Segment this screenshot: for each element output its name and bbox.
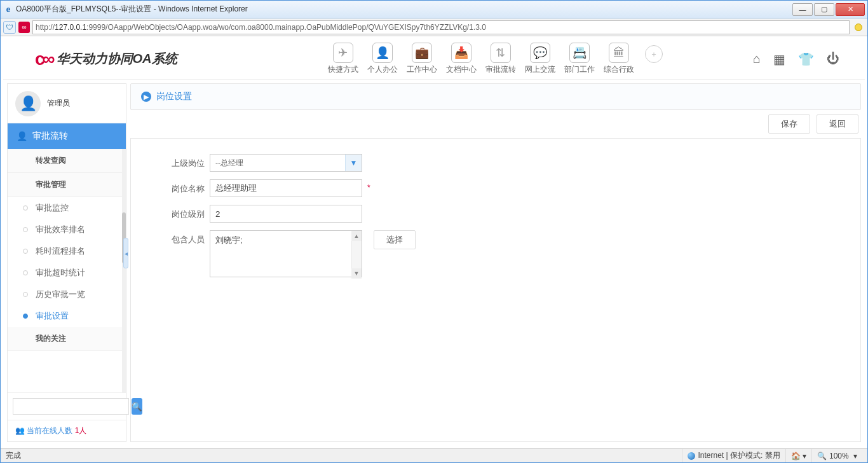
briefcase-icon: 💼 [412, 43, 432, 63]
apps-icon[interactable]: ▦ [773, 52, 785, 67]
save-button[interactable]: 保存 [768, 114, 810, 134]
panel-title: 岗位设置 [156, 91, 192, 102]
status-left: 完成 [6, 450, 21, 461]
main-panel: ▶ 岗位设置 保存 返回 上级岗位 --总经理 ▼ [130, 83, 861, 442]
chevron-down-icon: ▼ [345, 155, 362, 171]
label-parent-position: 上级岗位 [156, 154, 210, 169]
maximize-button[interactable]: ▢ [814, 3, 834, 16]
menu-group-forward[interactable]: 转发查阅 [8, 149, 122, 173]
status-internet: Internet | 保护模式: 禁用 [682, 449, 785, 462]
person-flow-icon: 👤 [17, 131, 27, 141]
nav-chat[interactable]: 💬网上交流 [522, 43, 559, 75]
favicon: ∞ [18, 22, 30, 33]
required-mark: * [367, 179, 370, 192]
menu-item-duration[interactable]: 耗时流程排名 [8, 240, 122, 262]
position-level-input[interactable] [210, 205, 362, 223]
label-position-level: 岗位级别 [156, 205, 210, 220]
globe-icon [688, 452, 695, 460]
chat-icon: 💬 [530, 43, 550, 63]
status-bar: 完成 Internet | 保护模式: 禁用 🏠 ▾ 🔍 100% ▾ [1, 448, 867, 462]
home-icon[interactable]: ⌂ [753, 52, 761, 67]
nav-shortcut[interactable]: ✈快捷方式 [325, 43, 362, 75]
menu-item-efficiency[interactable]: 审批效率排名 [8, 219, 122, 240]
top-nav: ✈快捷方式 👤个人办公 💼工作中心 📥文档中心 ⇅审批流转 💬网上交流 📇部门工… [268, 43, 663, 75]
menu-item-history[interactable]: 历史审批一览 [8, 284, 122, 305]
logo: c∞ 华天动力协同OA系统 [35, 49, 177, 69]
minimize-button[interactable]: — [792, 3, 813, 16]
shirt-icon[interactable]: 👕 [798, 52, 814, 67]
nav-personal[interactable]: 👤个人办公 [364, 43, 401, 75]
flow-icon: ⇅ [491, 43, 511, 63]
user-block: 👤 管理员 [8, 84, 126, 123]
security-shield-icon[interactable]: 🛡 [3, 21, 16, 34]
nav-approval[interactable]: ⇅审批流转 [482, 43, 519, 75]
position-name-input[interactable] [210, 179, 362, 197]
nav-dept[interactable]: 📇部门工作 [561, 43, 598, 75]
scroll-up-icon[interactable]: ▲ [351, 231, 362, 241]
people-icon: 👥 [15, 426, 25, 435]
panel-header: ▶ 岗位设置 [130, 83, 861, 110]
ie-icon: e [3, 4, 13, 15]
compat-view-icon[interactable] [852, 21, 865, 34]
arrow-right-icon: ▶ [141, 92, 151, 102]
inbox-icon: 📥 [451, 43, 471, 63]
url-input[interactable]: http://127.0.0.1:9999/OAapp/WebObjects/O… [32, 20, 850, 34]
scroll-down-icon[interactable]: ▼ [351, 268, 362, 279]
label-position-name: 岗位名称 [156, 179, 210, 195]
menu-item-settings[interactable]: 审批设置 [8, 305, 122, 327]
back-button[interactable]: 返回 [817, 114, 858, 134]
sidebar-section-approval[interactable]: 👤 审批流转 [8, 123, 126, 149]
building-icon: 🏛 [609, 43, 629, 63]
address-bar: 🛡 ∞ http://127.0.0.1:9999/OAapp/WebObjec… [1, 18, 867, 36]
nav-admin[interactable]: 🏛综合行政 [600, 43, 637, 75]
menu-group-follow[interactable]: 我的关注 [8, 327, 122, 351]
sidebar-scrollbar[interactable] [122, 149, 126, 392]
logo-mark-icon: c∞ [35, 49, 53, 69]
app-header: c∞ 华天动力协同OA系统 ✈快捷方式 👤个人办公 💼工作中心 📥文档中心 ⇅审… [3, 39, 865, 79]
person-icon: 👤 [372, 43, 393, 63]
online-count: 👥 当前在线人数 1人 [8, 420, 126, 441]
quick-icons: ⌂ ▦ 👕 ⏻ [753, 52, 839, 67]
sidebar: 👤 管理员 👤 审批流转 转发查阅 审批管理 审批监控 审批效率排名 耗时流程排… [7, 83, 126, 442]
menu-item-monitor[interactable]: 审批监控 [8, 197, 122, 219]
calendar-icon: 📇 [569, 43, 590, 63]
nav-add-button[interactable]: ＋ [645, 45, 663, 63]
nav-work[interactable]: 💼工作中心 [403, 43, 440, 75]
parent-position-select[interactable]: --总经理 ▼ [210, 154, 362, 172]
pick-members-button[interactable]: 选择 [374, 230, 416, 249]
sidebar-collapse-handle[interactable]: ◂ [123, 238, 128, 268]
user-name: 管理员 [47, 98, 70, 109]
status-security-icons[interactable]: 🏠 ▾ [785, 449, 811, 462]
paper-plane-icon: ✈ [333, 43, 353, 63]
window-title: OA8000平台版_FPLMYSQL5--审批设置 - Windows Inte… [16, 4, 791, 15]
menu-item-timeout[interactable]: 审批超时统计 [8, 262, 122, 284]
close-button[interactable]: ✕ [836, 3, 865, 16]
sidebar-search-input[interactable] [13, 398, 129, 415]
form-panel: 上级岗位 --总经理 ▼ 岗位名称 * [130, 138, 861, 442]
menu-group-approval-mgmt[interactable]: 审批管理 [8, 173, 122, 197]
label-members: 包含人员 [156, 230, 210, 245]
members-textarea[interactable] [210, 230, 362, 277]
avatar-icon: 👤 [15, 91, 41, 116]
status-zoom[interactable]: 🔍 100% ▾ [811, 449, 862, 462]
logo-text: 华天动力协同OA系统 [57, 50, 177, 67]
nav-docs[interactable]: 📥文档中心 [443, 43, 480, 75]
titlebar: e OA8000平台版_FPLMYSQL5--审批设置 - Windows In… [1, 1, 867, 18]
power-icon[interactable]: ⏻ [827, 52, 839, 67]
